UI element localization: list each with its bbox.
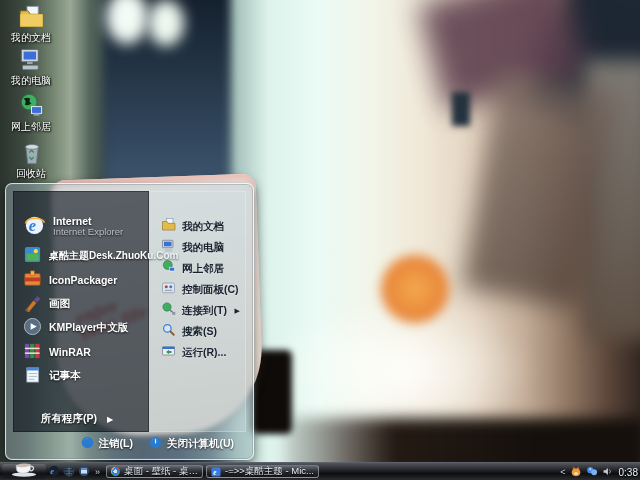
- desktop-icon-label: 回收站: [16, 167, 46, 181]
- wallpaper-blur-shape: [523, 0, 640, 143]
- menu-item-my-documents[interactable]: 我的文档: [149, 216, 245, 237]
- connect-to-icon: [161, 301, 176, 320]
- my-computer-small-icon: [161, 238, 176, 257]
- start-menu-bottom-bar: 注销(L) 关闭计算机(U): [13, 434, 246, 454]
- desktop-icon-network-places[interactable]: 网上邻居: [0, 92, 62, 134]
- my-documents-icon: [161, 217, 176, 236]
- menu-item-control-panel[interactable]: 控制面板(C): [149, 279, 245, 300]
- winrar-icon: [23, 341, 42, 364]
- zhuoku-theme-icon: [23, 245, 42, 268]
- menu-item-my-computer[interactable]: 我的电脑: [149, 237, 245, 258]
- submenu-arrow-icon: ▶: [235, 307, 240, 315]
- internet-explorer-icon: e: [23, 213, 46, 240]
- shutdown-icon: [149, 435, 162, 453]
- search-icon: [161, 322, 176, 341]
- quick-launch-expand-chevron[interactable]: »: [95, 467, 100, 477]
- menu-item-kmplayer[interactable]: KMPlayer中文版: [14, 316, 148, 340]
- documents-folder-icon: [18, 3, 45, 30]
- run-icon: [161, 343, 176, 362]
- taskbar-clock: 0:38: [617, 467, 638, 478]
- taskbar: e » 桌面 - 壁纸 - 桌酷壁... e -=>>桌酷主题 - Mic...…: [0, 462, 640, 480]
- network-places-icon: [18, 92, 45, 119]
- wallpaper-glow: [265, 295, 535, 445]
- icon-packager-icon: [23, 269, 42, 292]
- quick-launch-window-icon[interactable]: [78, 463, 90, 480]
- wallpaper-blur-shape: [105, 0, 230, 196]
- desktop-icon-recycle-bin[interactable]: 回收站: [0, 139, 62, 181]
- desktop-icon-label: 我的文档: [11, 31, 51, 45]
- desktop-icon-label: 我的电脑: [11, 74, 51, 88]
- task-button-wallpaper-window[interactable]: 桌面 - 壁纸 - 桌酷壁...: [106, 465, 203, 478]
- desktop-icon-label: 网上邻居: [11, 120, 51, 134]
- wallpaper-bokeh: [106, 0, 148, 44]
- coffee-cup-start-icon: [7, 462, 41, 480]
- wallpaper-blur-shape: [452, 92, 470, 126]
- menu-item-winrar[interactable]: WinRAR: [14, 340, 148, 364]
- start-menu: e Internet Internet Explorer 桌酷主题Desk.Zh…: [5, 183, 254, 460]
- recycle-bin-icon: [18, 139, 45, 166]
- task-button-zhuoku-theme-window[interactable]: e -=>>桌酷主题 - Mic...: [206, 465, 319, 478]
- tray-collapse-chevron[interactable]: <: [560, 467, 565, 477]
- menu-item-run[interactable]: 运行(R)...: [149, 342, 245, 363]
- desktop-icon-my-computer[interactable]: 我的电脑: [0, 46, 62, 88]
- kmplayer-icon: [23, 317, 42, 340]
- task1-app-icon: [111, 467, 120, 476]
- paint-icon: [23, 293, 42, 316]
- log-off-icon: [81, 435, 94, 453]
- shutdown-button[interactable]: 关闭计算机(U): [149, 435, 234, 453]
- menu-item-connect-to[interactable]: 连接到(T) ▶: [149, 300, 245, 321]
- task2-app-icon: e: [211, 465, 221, 478]
- tray-messenger-icon[interactable]: [586, 463, 598, 480]
- svg-text:e: e: [50, 466, 54, 476]
- menu-item-zhuoku-theme[interactable]: 桌酷主题Desk.ZhuoKu.Com: [14, 244, 148, 268]
- start-menu-pinned-column: e Internet Internet Explorer 桌酷主题Desk.Zh…: [13, 191, 149, 432]
- desktop-icon-my-documents[interactable]: 我的文档: [0, 3, 62, 45]
- start-menu-places-column: 我的文档 我的电脑 网上邻居: [149, 191, 246, 432]
- tray-pet-icon[interactable]: [570, 463, 582, 480]
- notepad-icon: [23, 365, 42, 388]
- wallpaper-bokeh-orange: [378, 252, 452, 326]
- submenu-arrow-icon: ▶: [107, 415, 113, 424]
- log-off-button[interactable]: 注销(L): [81, 435, 133, 453]
- start-button[interactable]: [2, 464, 46, 479]
- wallpaper-blur-shape: [252, 350, 292, 434]
- menu-item-internet-explorer[interactable]: e Internet Internet Explorer: [14, 208, 148, 244]
- menu-item-iconpackager[interactable]: IconPackager: [14, 268, 148, 292]
- menu-item-paint[interactable]: 画图: [14, 292, 148, 316]
- menu-item-notepad[interactable]: 记事本: [14, 364, 148, 388]
- tray-volume-icon[interactable]: [602, 463, 613, 480]
- menu-item-network-places[interactable]: 网上邻居: [149, 258, 245, 279]
- quick-launch-bar: e »: [48, 463, 100, 480]
- system-tray: < 0:38: [560, 463, 638, 480]
- wallpaper-blur-shape: [585, 60, 640, 340]
- wallpaper-bokeh: [148, 0, 184, 46]
- quick-launch-globe-icon[interactable]: [63, 463, 75, 480]
- wallpaper-blur-shape: [418, 0, 587, 112]
- my-computer-icon: [18, 46, 45, 73]
- quick-launch-ie-icon[interactable]: e: [48, 463, 60, 480]
- desktop-screen: enjoy your life 我的文档 我的电脑 网上邻居 回收站: [0, 0, 640, 480]
- control-panel-icon: [161, 280, 176, 299]
- wallpaper-blur-shape: [462, 71, 618, 308]
- menu-item-search[interactable]: 搜索(S): [149, 321, 245, 342]
- all-programs-button[interactable]: 所有程序(P) ▶: [14, 407, 148, 431]
- network-places-small-icon: [161, 259, 176, 278]
